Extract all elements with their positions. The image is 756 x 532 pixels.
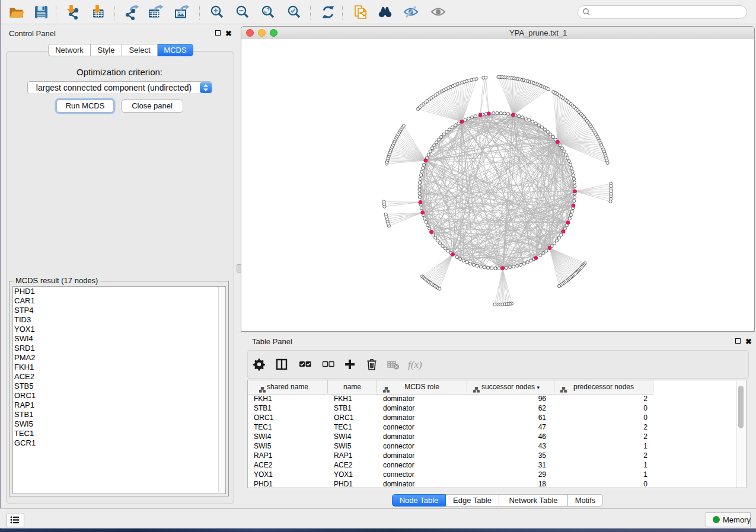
svg-text:f(x): f(x) bbox=[408, 359, 422, 370]
